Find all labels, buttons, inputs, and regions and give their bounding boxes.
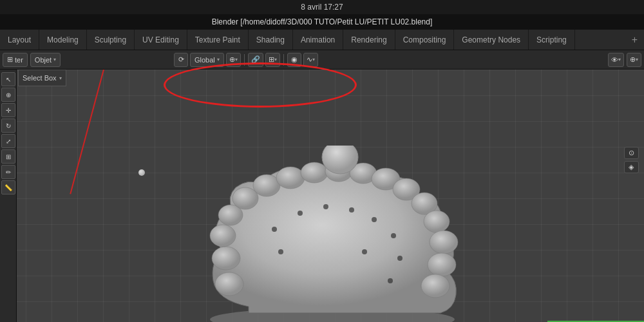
system-bar: 8 avril 17:27 [0, 0, 644, 14]
select-box-dropdown[interactable]: Select Box ▾ [18, 70, 66, 86]
svg-point-24 [397, 256, 402, 261]
svg-point-1 [212, 247, 240, 270]
window-title: Blender [/home/didoff/3D/000 TUTO/Petit … [212, 17, 433, 26]
small-sphere [138, 169, 145, 176]
tab-layout[interactable]: Layout [0, 30, 39, 50]
svg-point-14 [430, 231, 458, 254]
snap-icon: 🔗 [251, 55, 260, 64]
tab-geometry-nodes[interactable]: Geometry Nodes [454, 30, 529, 50]
editor-type-icon: ⊞ [7, 55, 13, 64]
select-tool-button[interactable]: ↖ [1, 72, 15, 86]
svg-point-17 [215, 272, 243, 296]
mode-label: Objet [35, 56, 52, 64]
svg-point-23 [391, 233, 396, 238]
workspace-tabs: Layout Modeling Sculpting UV Editing Tex… [0, 30, 644, 50]
gizmo-icon: ⊕ [630, 55, 636, 64]
select-box-label: Select Box [23, 74, 57, 82]
tab-shading[interactable]: Shading [249, 30, 293, 50]
3d-viewport[interactable]: ⊙ ◈ [0, 70, 644, 322]
mode-dropdown-icon: ▾ [53, 57, 56, 62]
svg-point-26 [278, 249, 283, 254]
tab-animation[interactable]: Animation [293, 30, 343, 50]
svg-point-25 [388, 278, 393, 283]
toolbar-separator-2 [283, 54, 284, 66]
move-tool-button[interactable]: ✛ [1, 103, 15, 117]
svg-point-13 [424, 211, 450, 232]
svg-point-4 [232, 187, 258, 209]
svg-point-7 [301, 162, 328, 183]
mode-selector[interactable]: Objet ▾ [30, 53, 61, 67]
eye-icon: 👁 [611, 56, 618, 64]
viewport-toolbar: ⊞ ter Objet ▾ ⟳ Global ▾ ⊕ ▾ 🔗 ⊞ ▾ ◉ [0, 50, 644, 70]
title-bar: Blender [/home/didoff/3D/000 TUTO/Petit … [0, 14, 644, 30]
svg-point-19 [298, 211, 303, 216]
svg-point-22 [372, 217, 377, 222]
svg-point-18 [272, 227, 277, 232]
proportional-edit-button[interactable]: ⊞ ▾ [265, 53, 280, 67]
snap-dropdown-icon: ⊕ [229, 55, 235, 64]
right-overlay: ⊙ ◈ [624, 147, 639, 173]
transform-icon[interactable]: ⟳ [174, 53, 188, 67]
measure-tool-button[interactable]: 📏 [1, 180, 15, 194]
right-toolbar: 👁 ▾ ⊕ ▾ [608, 53, 641, 67]
center-toolbar: ⟳ Global ▾ ⊕ ▾ 🔗 ⊞ ▾ ◉ ∿ ▾ [174, 50, 318, 69]
tab-sculpting[interactable]: Sculpting [87, 30, 135, 50]
tab-scripting[interactable]: Scripting [529, 30, 575, 50]
gizmo-button[interactable]: ⊕ ▾ [627, 53, 641, 67]
tab-modeling[interactable]: Modeling [39, 30, 87, 50]
svg-point-16 [421, 274, 450, 298]
tab-uv-editing[interactable]: UV Editing [135, 30, 187, 50]
curve-icon: ∿ [307, 55, 312, 64]
transform-orientation-selector[interactable]: Global ▾ [190, 53, 224, 67]
datetime: 8 avril 17:27 [301, 3, 343, 12]
svg-point-5 [253, 175, 280, 196]
tab-rendering[interactable]: Rendering [343, 30, 395, 50]
snap-options-button[interactable]: ⊕ ▾ [226, 53, 241, 67]
annotate-tool-button[interactable]: ✏ [1, 165, 15, 179]
svg-point-21 [349, 207, 354, 213]
transform-orientation-label: Global [194, 56, 215, 64]
proportional-size-button[interactable]: ◉ [287, 53, 301, 67]
curve-button[interactable]: ∿ ▾ [303, 53, 318, 67]
transform-gizmo-icon: ⟳ [178, 55, 184, 64]
perspective-toggle[interactable]: ◈ [624, 161, 639, 173]
tab-compositing[interactable]: Compositing [395, 30, 455, 50]
svg-point-6 [276, 167, 305, 189]
select-box-dropdown-icon: ▾ [59, 75, 62, 81]
editor-type-label: ter [15, 56, 23, 64]
cursor-tool-button[interactable]: ⊕ [1, 88, 15, 102]
svg-point-20 [323, 204, 328, 209]
svg-point-27 [362, 249, 367, 254]
scale-tool-button[interactable]: ⤢ [1, 134, 15, 148]
tab-texture-paint[interactable]: Texture Paint [187, 30, 249, 50]
left-side-toolbar: ↖ ⊕ ✛ ↻ ⤢ ⊞ ✏ 📏 [0, 70, 17, 322]
toolbar-separator-1 [244, 54, 245, 66]
add-workspace-button[interactable]: + [625, 30, 644, 50]
rotate-tool-button[interactable]: ↻ [1, 118, 15, 133]
proportional-size-icon: ◉ [291, 55, 298, 64]
orientation-dropdown-icon: ▾ [217, 57, 220, 62]
snap-toggle[interactable]: 🔗 [248, 53, 263, 67]
proportional-icon: ⊞ [269, 55, 274, 64]
editor-type-button[interactable]: ⊞ ter [3, 53, 28, 67]
numpad-view-button[interactable]: ⊙ [624, 147, 639, 159]
transform-tool-button[interactable]: ⊞ [1, 149, 15, 164]
viewport-overlays-button[interactable]: 👁 ▾ [608, 53, 624, 67]
3d-object [171, 146, 506, 322]
svg-point-2 [210, 225, 236, 247]
svg-point-15 [428, 253, 456, 276]
